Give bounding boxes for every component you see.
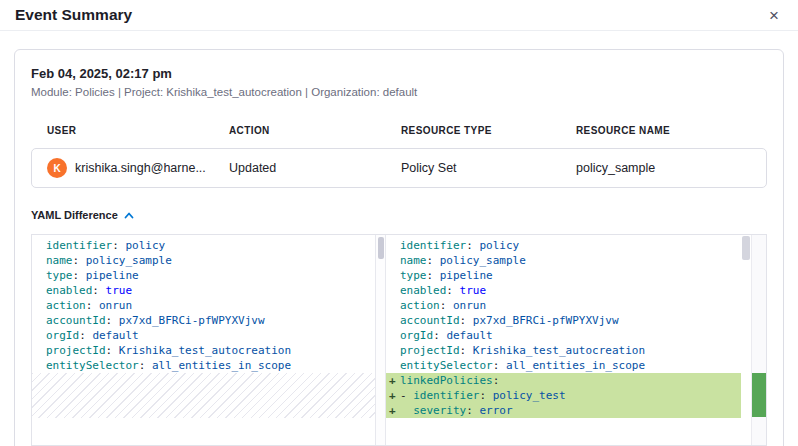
diff-line-marker: [386, 253, 400, 268]
diff-line-marker: [386, 358, 400, 373]
left-scrollbar-thumb[interactable]: [378, 237, 384, 259]
diff-line-marker: [386, 268, 400, 283]
diff-line-marker: [32, 283, 46, 298]
code-token: type: [400, 269, 427, 282]
diff-line-marker: +: [386, 403, 400, 418]
code-token: onrun: [99, 299, 132, 312]
diff-line-marker: [386, 328, 400, 343]
modified-yaml-code: identifier: policy name: policy_sample t…: [386, 238, 766, 418]
code-token: linkedPolicies: [400, 374, 493, 387]
code-token: :: [446, 284, 459, 297]
code-token: identifier: [46, 239, 112, 252]
code-token: accountId: [400, 314, 460, 327]
column-header-resource-name: RESOURCE NAME: [576, 125, 751, 136]
yaml-difference-toggle[interactable]: YAML Difference: [31, 209, 767, 221]
code-line: action: onrun: [32, 298, 375, 313]
user-name: krishika.singh@harne...: [75, 161, 206, 175]
code-token: :: [112, 239, 125, 252]
diff-added-line: + severity: error: [386, 403, 766, 418]
diff-line-marker: [32, 328, 46, 343]
code-token: enabled: [400, 284, 446, 297]
code-token: px7xd_BFRCi-pfWPYXVjvw: [119, 314, 265, 327]
close-icon[interactable]: ×: [765, 5, 783, 26]
code-token: entitySelector: [400, 359, 493, 372]
code-line: enabled: true: [386, 283, 766, 298]
code-token: :: [106, 314, 119, 327]
avatar: K: [47, 158, 67, 178]
yaml-difference-label: YAML Difference: [31, 209, 118, 221]
code-line: identifier: policy: [386, 238, 766, 253]
overview-added-marker: [752, 373, 766, 417]
code-token: Krishika_test_autocreation: [473, 344, 645, 357]
code-token: accountId: [46, 314, 106, 327]
diff-added-line: +- identifier: policy_test: [386, 388, 766, 403]
code-line: accountId: px7xd_BFRCi-pfWPYXVjvw: [386, 313, 766, 328]
code-token: :: [427, 269, 440, 282]
code-line: action: onrun: [386, 298, 766, 313]
right-scrollbar-thumb[interactable]: [742, 236, 750, 260]
event-card: Feb 04, 2025, 02:17 pm Module: Policies …: [14, 49, 784, 446]
overview-ruler: [751, 235, 766, 445]
diff-line-marker: [386, 298, 400, 313]
diff-line-marker: [386, 238, 400, 253]
code-token: default: [446, 329, 492, 342]
code-token: :: [427, 254, 440, 267]
diff-line-marker: [32, 358, 46, 373]
code-line: type: pipeline: [32, 268, 375, 283]
code-line: identifier: policy: [32, 238, 375, 253]
action-cell: Updated: [229, 161, 401, 175]
code-line: projectId: Krishika_test_autocreation: [32, 343, 375, 358]
code-token: :: [466, 404, 479, 417]
code-token: severity: [413, 404, 466, 417]
resource-type-cell: Policy Set: [401, 161, 576, 175]
event-meta: Module: Policies | Project: Krishika_tes…: [31, 86, 767, 98]
code-token: :: [73, 254, 86, 267]
code-token: all_entities_in_scope: [152, 359, 291, 372]
code-line: accountId: px7xd_BFRCi-pfWPYXVjvw: [32, 313, 375, 328]
code-token: :: [460, 314, 473, 327]
code-token: orgId: [400, 329, 433, 342]
code-line: projectId: Krishika_test_autocreation: [386, 343, 766, 358]
code-token: :: [79, 329, 92, 342]
diff-right-decorations: [741, 235, 766, 445]
code-token: :: [466, 239, 479, 252]
code-token: onrun: [453, 299, 486, 312]
code-token: default: [92, 329, 138, 342]
code-token: :: [139, 359, 152, 372]
code-token: :: [73, 269, 86, 282]
chevron-up-icon[interactable]: [124, 212, 134, 219]
diff-line-marker: [386, 343, 400, 358]
code-token: [400, 404, 413, 417]
code-token: :: [433, 329, 446, 342]
column-header-resource-type: RESOURCE TYPE: [401, 125, 576, 136]
code-token: :: [106, 344, 119, 357]
modal-header: Event Summary ×: [0, 0, 798, 31]
diff-pane-modified[interactable]: identifier: policy name: policy_sample t…: [386, 235, 766, 445]
code-token: policy: [479, 239, 519, 252]
diff-sash[interactable]: [375, 235, 386, 445]
diff-line-marker: [32, 298, 46, 313]
code-token: Krishika_test_autocreation: [119, 344, 291, 357]
right-scrollbar[interactable]: [741, 235, 751, 445]
code-token: enabled: [46, 284, 92, 297]
diff-line-marker: +: [386, 373, 400, 388]
code-line: orgId: default: [386, 328, 766, 343]
code-token: identifier: [413, 389, 479, 402]
code-token: policy_sample: [86, 254, 172, 267]
code-token: type: [46, 269, 73, 282]
code-token: :: [460, 344, 473, 357]
resource-name-cell: policy_sample: [576, 161, 751, 175]
table-header-row: USER ACTION RESOURCE TYPE RESOURCE NAME: [31, 125, 767, 136]
code-token: :: [493, 374, 500, 387]
code-token: pipeline: [86, 269, 139, 282]
code-token: policy_test: [493, 389, 566, 402]
diff-line-marker: +: [386, 388, 400, 403]
table-row[interactable]: K krishika.singh@harne... Updated Policy…: [31, 148, 767, 188]
code-token: :: [493, 359, 506, 372]
code-token: error: [479, 404, 512, 417]
code-token: :: [479, 389, 492, 402]
code-token: identifier: [400, 239, 466, 252]
diff-pane-original[interactable]: identifier: policy name: policy_sample t…: [32, 235, 375, 445]
code-token: projectId: [46, 344, 106, 357]
event-timestamp: Feb 04, 2025, 02:17 pm: [31, 66, 767, 81]
